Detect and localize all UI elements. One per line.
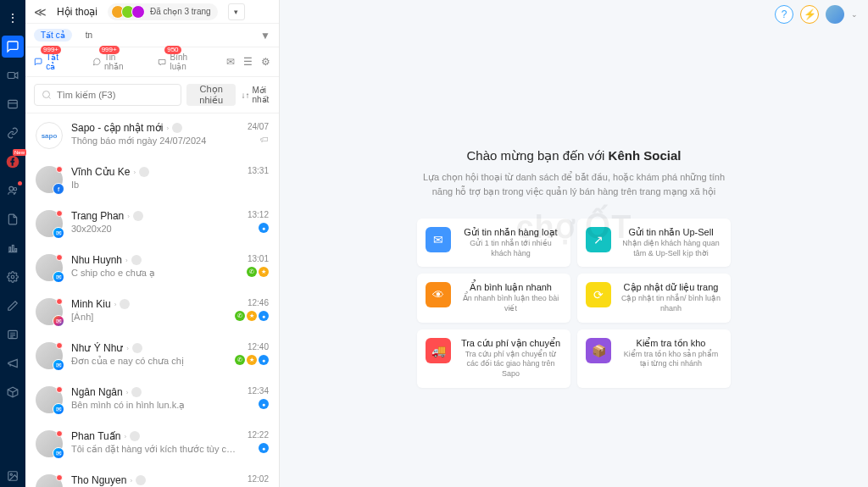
chevron-icon: › <box>130 477 132 484</box>
conversation-time: 12:40 <box>248 342 269 351</box>
unread-dot-icon <box>56 430 63 437</box>
nav-link-icon[interactable] <box>2 122 24 144</box>
conversation-time: 12:02 <box>248 474 269 484</box>
conversation-name: Nhu Huynh <box>71 254 122 266</box>
card-description: Ẩn nhanh bình luận theo bài viết <box>459 294 562 313</box>
tab-tn[interactable]: tn <box>79 29 99 42</box>
nav-edit-icon[interactable] <box>2 295 24 317</box>
mini-avatar-icon <box>172 123 182 133</box>
svg-point-4 <box>14 188 17 191</box>
nav-doc-icon[interactable] <box>2 208 24 230</box>
nav-analytics-icon[interactable] <box>2 237 24 259</box>
nav-list-icon[interactable] <box>2 324 24 346</box>
nav-facebook-icon[interactable]: New <box>2 151 24 173</box>
svg-rect-7 <box>15 249 17 252</box>
sort-button[interactable]: ↓↑ Mới nhất <box>241 86 270 104</box>
conversation-list[interactable]: sapo Sapo - cập nhật mới › Thông báo mới… <box>25 113 279 487</box>
svg-point-11 <box>10 473 12 475</box>
conversation-time: 12:34 <box>248 386 269 396</box>
mail-icon[interactable]: ✉ <box>226 56 235 68</box>
mini-avatar-icon <box>132 343 142 353</box>
nav-chat-icon[interactable] <box>2 36 24 58</box>
nav-orders-icon[interactable] <box>2 93 24 115</box>
status-dot-icon: ✆ <box>235 311 245 321</box>
nav-settings-icon[interactable] <box>2 266 24 288</box>
user-dropdown-icon[interactable]: ⌄ <box>851 10 858 19</box>
conversation-item[interactable]: ✉ Nhu Huynh › C ship cho e chưa ạ 13:01 … <box>25 246 279 290</box>
back-button[interactable]: ≪ <box>34 5 47 19</box>
card-description: Gửi 1 tin nhắn tới nhiều khách hàng <box>459 239 562 258</box>
unread-dot-icon <box>56 386 63 393</box>
feature-card[interactable]: ↗ Gửi tin nhắn Up-Sell Nhận diện khách h… <box>577 219 731 267</box>
type-tab-messages[interactable]: Tin nhắn 999+ <box>92 53 133 71</box>
conversation-item[interactable]: ✉ Như Ý Như › Đơn của e nay có chưa chị … <box>25 334 279 378</box>
help-button[interactable]: ? <box>775 5 793 24</box>
menu-icon[interactable]: ⋮ <box>2 7 24 29</box>
sidebar-nav: ⋮ New <box>0 0 25 487</box>
avatar: ✉ <box>36 254 63 281</box>
filter-icon[interactable]: ▼ <box>260 30 270 42</box>
welcome-heading: Chào mừng bạn đến với Kênh Social <box>305 148 843 163</box>
card-icon: ↗ <box>586 227 611 252</box>
chevron-icon: › <box>124 433 126 440</box>
feature-card[interactable]: 👁 Ẩn bình luận nhanh Ẩn nhanh bình luận … <box>417 274 570 322</box>
card-description: Kiểm tra tồn kho sản phẩm tại từng chi n… <box>620 350 722 369</box>
type-tab-all[interactable]: Tất cả 999+ <box>34 53 67 71</box>
conversation-item[interactable]: ✉ Phan Tuấn › Tôi cần đặt hàng với kích … <box>25 422 279 466</box>
settings2-icon[interactable]: ⚙ <box>261 56 270 68</box>
search-box[interactable] <box>34 84 181 106</box>
select-multi-button[interactable]: Chọn nhiều <box>186 84 236 106</box>
nav-image-icon[interactable] <box>2 465 24 487</box>
avatar: ✉ <box>36 386 63 413</box>
nav-broadcast-icon[interactable] <box>2 352 24 374</box>
conversation-name: Sapo - cập nhật mới <box>71 122 163 134</box>
mini-avatar-icon <box>131 387 142 397</box>
channel-badge-icon: ✉ <box>53 315 64 327</box>
feature-card[interactable]: 🚚 Tra cứu phí vận chuyển Tra cứu phí vận… <box>417 329 570 388</box>
conversation-item[interactable]: ✉ Minh Kiu › [Ảnh] 12:46 ✆★● <box>25 290 279 334</box>
conversation-item[interactable]: ✉ Tho Nguyen › Thùng dài 34,5 rộng 11, c… <box>25 466 279 487</box>
feature-card[interactable]: 📦 Kiểm tra tồn kho Kiểm tra tồn kho sản … <box>577 329 731 388</box>
status-dot-icon: ✆ <box>247 267 257 277</box>
conversation-item[interactable]: ✉ Trang Phan › 30x20x20 13:12 ● <box>25 202 279 246</box>
search-input[interactable] <box>57 90 174 100</box>
conversation-time: 12:22 <box>248 430 269 440</box>
svg-rect-0 <box>8 73 14 79</box>
feature-card[interactable]: ✉ Gửi tin nhắn hàng loạt Gửi 1 tin nhắn … <box>417 219 570 267</box>
conversation-name: Tho Nguyen <box>71 474 126 486</box>
conversation-item[interactable]: ✉ Ngân Ngân › Bên mình có in hình lun.k.… <box>25 378 279 422</box>
mini-avatar-icon <box>139 167 149 177</box>
avatar: ✉ <box>36 342 63 369</box>
conversation-item[interactable]: sapo Sapo - cập nhật mới › Thông báo mới… <box>25 113 279 158</box>
status-dot-icon: ● <box>259 399 269 409</box>
unread-dot-icon <box>56 210 63 217</box>
nav-customers-icon[interactable] <box>2 180 24 202</box>
page-selector[interactable]: Đã chọn 3 trang <box>108 3 218 20</box>
card-description: Cập nhật tin nhắn/ bình luận nhanh <box>620 294 722 313</box>
card-title: Ẩn bình luận nhanh <box>459 282 562 293</box>
conversation-time: 13:12 <box>248 210 269 219</box>
nav-video-icon[interactable] <box>2 64 24 86</box>
nav-package-icon[interactable] <box>2 381 24 403</box>
feature-card[interactable]: ⟳ Cập nhật dữ liệu trang Cập nhật tin nh… <box>577 274 731 322</box>
header-bar: ≪ Hội thoại Đã chọn 3 trang ▾ <box>25 0 279 24</box>
channel-badge-icon: ✉ <box>53 359 64 371</box>
type-tab-comments[interactable]: Bình luận 950 <box>158 53 201 71</box>
svg-rect-6 <box>12 246 14 252</box>
badge-all: 999+ <box>41 46 61 54</box>
tab-all[interactable]: Tất cả <box>34 29 72 42</box>
chevron-icon: › <box>127 213 130 220</box>
conversation-name: Vĩnh Cửu Ke <box>71 166 130 178</box>
badge-msg: 999+ <box>99 46 120 54</box>
status-dot-icon: ● <box>259 223 269 233</box>
page-dropdown-button[interactable]: ▾ <box>228 3 245 20</box>
filter2-icon[interactable]: ☰ <box>243 56 253 68</box>
avatar: ✉ <box>36 210 63 237</box>
bolt-button[interactable]: ⚡ <box>800 5 819 24</box>
header-title: Hội thoại <box>57 6 97 18</box>
user-avatar[interactable] <box>826 5 844 24</box>
mini-avatar-icon <box>120 299 130 309</box>
card-icon: 📦 <box>586 338 611 363</box>
unread-dot-icon <box>56 298 63 305</box>
conversation-item[interactable]: f Vĩnh Cửu Ke › Ib 13:31 <box>25 158 279 202</box>
